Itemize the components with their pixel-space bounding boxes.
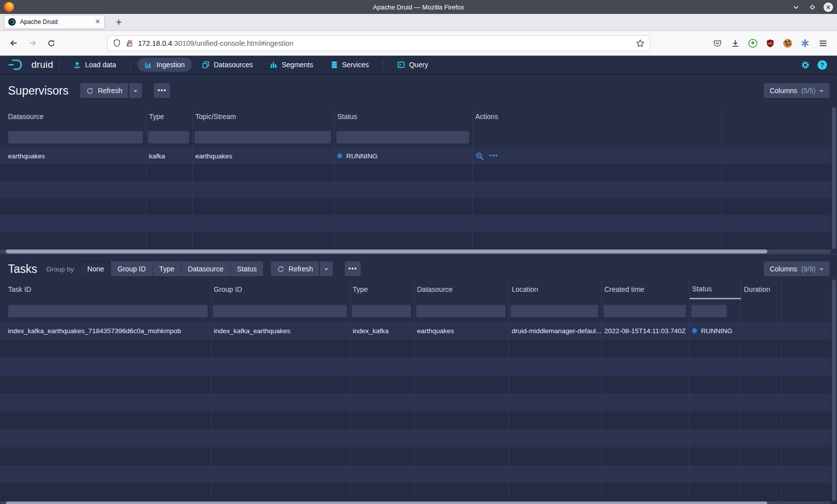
column-header-duration[interactable]: Duration bbox=[741, 279, 781, 299]
ublock-origin-icon[interactable]: uO bbox=[765, 38, 775, 48]
table-row bbox=[0, 340, 831, 358]
group-by-status-button[interactable]: Status bbox=[231, 261, 264, 276]
nav-item-load-data[interactable]: Load data bbox=[66, 58, 123, 72]
status-filter-input[interactable] bbox=[691, 304, 727, 317]
back-button[interactable] bbox=[6, 36, 21, 51]
column-header-created-time[interactable]: Created time bbox=[601, 279, 689, 299]
type-filter-input[interactable] bbox=[352, 304, 411, 317]
url-bar[interactable]: 172.18.0.4:30109/unified-console.html#in… bbox=[107, 35, 650, 51]
location-filter-input[interactable] bbox=[511, 304, 598, 317]
tab-close-icon[interactable] bbox=[95, 17, 101, 26]
container-asterisk-icon[interactable] bbox=[800, 38, 810, 48]
type-filter-input[interactable] bbox=[148, 130, 189, 143]
group-by-type-button[interactable]: Type bbox=[153, 261, 181, 276]
cell-topic-stream: earthquakes bbox=[192, 152, 334, 160]
column-header-location[interactable]: Location bbox=[509, 279, 601, 299]
cell-type: kafka bbox=[146, 152, 192, 160]
new-tab-button[interactable] bbox=[112, 15, 126, 29]
nav-item-query[interactable]: Query bbox=[390, 58, 435, 72]
supervisors-columns-button[interactable]: Columns (5/5) bbox=[764, 83, 830, 98]
scrollbar-thumb[interactable] bbox=[6, 502, 767, 504]
nav-item-services[interactable]: Services bbox=[323, 58, 376, 72]
screen: Apache Druid — Mozilla Firefox Apache Dr… bbox=[0, 0, 837, 504]
status-filter-input[interactable] bbox=[336, 130, 469, 143]
refresh-icon bbox=[86, 87, 94, 95]
running-status-dot bbox=[337, 153, 342, 158]
nav-separator bbox=[383, 60, 383, 70]
row-more-icon[interactable]: ••• bbox=[489, 152, 498, 159]
window-minimize-icon[interactable] bbox=[791, 2, 801, 12]
task-id-filter-input[interactable] bbox=[8, 304, 208, 317]
column-header-status-sorted[interactable]: Status bbox=[689, 279, 741, 299]
scrollbar-thumb[interactable] bbox=[6, 250, 767, 253]
group-by-group-id-button[interactable]: Group ID bbox=[111, 261, 153, 276]
window-maximize-icon[interactable] bbox=[807, 2, 817, 12]
downloads-icon[interactable] bbox=[730, 38, 740, 48]
url-path: :30109/unified-console.html#ingestion bbox=[172, 39, 293, 47]
cell-datasource: earthquakes bbox=[414, 327, 509, 335]
forward-button[interactable] bbox=[25, 36, 40, 51]
topic-stream-filter-input[interactable] bbox=[194, 130, 331, 143]
group-by-datasource-button[interactable]: Datasource bbox=[181, 261, 231, 276]
horizontal-scrollbar[interactable] bbox=[0, 502, 831, 504]
chevron-down-icon bbox=[820, 90, 824, 94]
inspect-zoom-icon[interactable] bbox=[475, 152, 484, 160]
datasource-filter-input[interactable] bbox=[8, 130, 143, 143]
group-by-segmented-control: None Group ID Type Datasource Status bbox=[81, 261, 263, 276]
nav-item-datasources[interactable]: Datasources bbox=[195, 58, 260, 72]
bookmark-star-icon[interactable] bbox=[636, 39, 645, 48]
supervisors-table-header: Datasource Type Topic/Stream Status Acti… bbox=[0, 107, 831, 126]
group-id-filter-input[interactable] bbox=[213, 304, 347, 317]
supervisors-refresh-interval-button[interactable] bbox=[129, 83, 142, 98]
chevron-down-icon bbox=[324, 268, 328, 272]
created-time-filter-input[interactable] bbox=[603, 304, 686, 317]
window-close-icon[interactable] bbox=[824, 2, 833, 12]
nav-item-segments[interactable]: Segments bbox=[263, 58, 320, 72]
browser-tab[interactable]: Apache Druid bbox=[4, 15, 105, 29]
druid-brand[interactable]: druid bbox=[8, 58, 53, 71]
group-by-none-button[interactable]: None bbox=[81, 261, 111, 276]
segments-bars-icon bbox=[270, 61, 278, 69]
cell-actions: ••• bbox=[472, 152, 722, 160]
column-header-datasource[interactable]: Datasource bbox=[6, 107, 146, 126]
settings-gear-icon[interactable] bbox=[801, 60, 810, 70]
cookie-icon[interactable] bbox=[783, 39, 792, 48]
vertical-scrollbar[interactable] bbox=[832, 279, 836, 501]
window-title: Apache Druid — Mozilla Firefox bbox=[0, 3, 837, 11]
column-header-actions[interactable]: Actions bbox=[472, 107, 722, 126]
cell-group-id: index_kafka_earthquakes bbox=[211, 327, 350, 335]
extension-icon[interactable] bbox=[748, 39, 757, 48]
vertical-scrollbar[interactable] bbox=[832, 107, 836, 249]
column-header-type[interactable]: Type bbox=[350, 279, 414, 299]
druid-navbar: druid Load data Ingestion Datasources bbox=[0, 56, 837, 74]
supervisor-row[interactable]: earthquakes kafka earthquakes RUNNING ••… bbox=[0, 147, 831, 164]
supervisors-more-button[interactable]: ••• bbox=[154, 83, 170, 98]
running-status-dot bbox=[692, 328, 697, 333]
tasks-columns-button[interactable]: Columns (9/9) bbox=[764, 261, 830, 276]
tasks-more-button[interactable]: ••• bbox=[345, 261, 361, 276]
supervisors-refresh-button[interactable]: Refresh bbox=[80, 83, 128, 98]
nav-item-ingestion[interactable]: Ingestion bbox=[138, 58, 192, 72]
horizontal-scrollbar[interactable] bbox=[0, 250, 831, 253]
url-text[interactable]: 172.18.0.4:30109/unified-console.html#in… bbox=[138, 39, 631, 47]
column-header-group-id[interactable]: Group ID bbox=[211, 279, 350, 299]
columns-count: (9/9) bbox=[801, 265, 816, 273]
pocket-icon[interactable] bbox=[712, 38, 722, 48]
column-header-status[interactable]: Status bbox=[334, 107, 472, 126]
column-header-type[interactable]: Type bbox=[146, 107, 192, 126]
task-row[interactable]: index_kafka_earthquakes_7184357396d6c0a_… bbox=[0, 322, 831, 340]
column-header-datasource[interactable]: Datasource bbox=[414, 279, 509, 299]
cell-task-id: index_kafka_earthquakes_7184357396d6c0a_… bbox=[6, 327, 211, 335]
table-row bbox=[0, 164, 831, 181]
help-icon[interactable]: ? bbox=[818, 60, 827, 70]
tracking-shield-icon[interactable] bbox=[113, 39, 121, 47]
column-header-task-id[interactable]: Task ID bbox=[6, 279, 211, 299]
insecure-lock-icon[interactable] bbox=[126, 39, 134, 47]
tasks-refresh-interval-button[interactable] bbox=[320, 261, 333, 276]
table-row bbox=[0, 215, 831, 232]
column-header-topic-stream[interactable]: Topic/Stream bbox=[192, 107, 334, 126]
datasource-filter-input[interactable] bbox=[416, 304, 506, 317]
tasks-refresh-button[interactable]: Refresh bbox=[271, 261, 319, 276]
menu-hamburger-icon[interactable] bbox=[818, 38, 828, 48]
reload-button[interactable] bbox=[44, 36, 59, 51]
